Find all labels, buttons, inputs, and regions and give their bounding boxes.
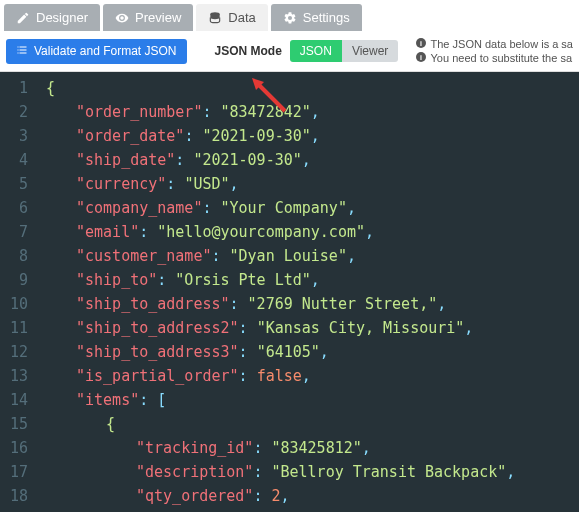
code-line: "is_partial_order": false,	[46, 364, 515, 388]
code-content[interactable]: {"order_number": "83472842","order_date"…	[38, 72, 515, 512]
toolbar: Validate and Format JSON JSON Mode JSON …	[0, 31, 579, 72]
code-line: {	[46, 76, 515, 100]
mode-json-button[interactable]: JSON	[290, 40, 342, 62]
code-line: "description": "Bellroy Transit Backpack…	[46, 460, 515, 484]
pencil-icon	[16, 11, 30, 25]
svg-text:i: i	[420, 54, 422, 61]
list-icon	[16, 44, 28, 59]
svg-text:i: i	[420, 40, 422, 47]
info-icon: i	[415, 51, 427, 65]
tab-data[interactable]: Data	[196, 4, 267, 31]
line-gutter: 123456789101112131415161718	[0, 72, 38, 512]
database-icon	[208, 11, 222, 25]
tab-label: Preview	[135, 10, 181, 25]
tab-label: Data	[228, 10, 255, 25]
code-line: "ship_to_address3": "64105",	[46, 340, 515, 364]
eye-icon	[115, 11, 129, 25]
tab-label: Settings	[303, 10, 350, 25]
code-line: "ship_to": "Orsis Pte Ltd",	[46, 268, 515, 292]
tab-settings[interactable]: Settings	[271, 4, 362, 31]
mode-label: JSON Mode	[215, 44, 282, 58]
mode-viewer-button[interactable]: Viewer	[342, 40, 398, 62]
code-line: "order_date": "2021-09-30",	[46, 124, 515, 148]
code-line: {	[46, 412, 515, 436]
tab-designer[interactable]: Designer	[4, 4, 100, 31]
validate-button[interactable]: Validate and Format JSON	[6, 39, 187, 64]
tab-label: Designer	[36, 10, 88, 25]
json-editor[interactable]: 123456789101112131415161718 {"order_numb…	[0, 72, 579, 512]
code-line: "qty_ordered": 2,	[46, 484, 515, 508]
code-line: "customer_name": "Dyan Louise",	[46, 244, 515, 268]
code-line: "email": "hello@yourcompany.com",	[46, 220, 515, 244]
tab-preview[interactable]: Preview	[103, 4, 193, 31]
info-text: You need to substitute the sa	[431, 52, 572, 64]
tab-bar: Designer Preview Data Settings	[0, 0, 579, 31]
info-text: The JSON data below is a sa	[431, 38, 573, 50]
code-line: "ship_to_address2": "Kansas City, Missou…	[46, 316, 515, 340]
code-line: "currency": "USD",	[46, 172, 515, 196]
mode-toggle: JSON Viewer	[290, 40, 398, 62]
code-line: "ship_date": "2021-09-30",	[46, 148, 515, 172]
code-line: "company_name": "Your Company",	[46, 196, 515, 220]
info-icon: i	[415, 37, 427, 51]
validate-label: Validate and Format JSON	[34, 44, 177, 58]
gear-icon	[283, 11, 297, 25]
code-line: "ship_to_address": "2769 Nutter Street,"…	[46, 292, 515, 316]
code-line: "order_number": "83472842",	[46, 100, 515, 124]
code-line: "tracking_id": "83425812",	[46, 436, 515, 460]
info-block: i The JSON data below is a sa i You need…	[415, 37, 573, 65]
code-line: "items": [	[46, 388, 515, 412]
